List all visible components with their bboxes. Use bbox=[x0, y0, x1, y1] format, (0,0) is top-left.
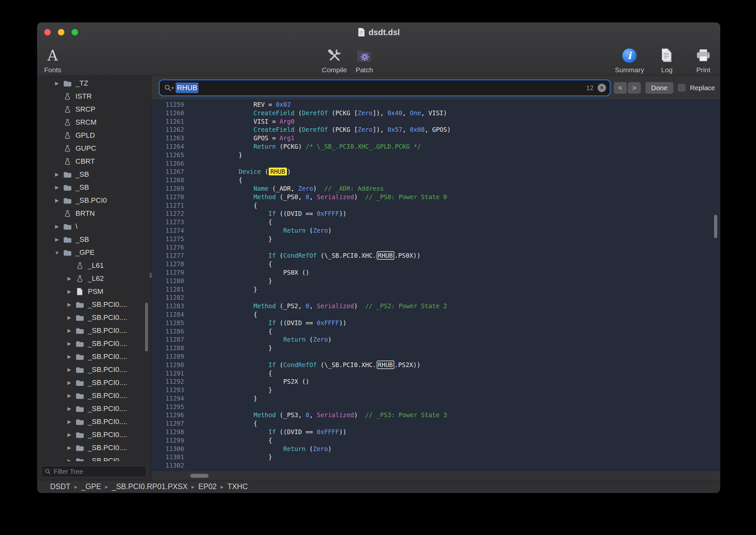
breadcrumb-item[interactable]: TXHC bbox=[228, 482, 248, 491]
code-editor[interactable]: 11259 REV = 0x0211260 CreateField (Deref… bbox=[151, 100, 720, 471]
fonts-button[interactable]: A Fonts bbox=[39, 42, 67, 74]
disclosure-triangle[interactable]: ▶ bbox=[51, 172, 63, 177]
replace-label: Replace bbox=[690, 84, 715, 92]
disclosure-triangle[interactable]: ▶ bbox=[64, 445, 75, 451]
breadcrumb-item[interactable]: EP02 bbox=[199, 482, 217, 491]
done-button[interactable]: Done bbox=[645, 82, 673, 94]
tree-item[interactable]: ▶_SB.PCI0.... bbox=[37, 298, 151, 311]
disclosure-triangle[interactable]: ▶ bbox=[64, 289, 75, 295]
tree-item[interactable]: BRTN bbox=[37, 207, 151, 220]
editor-horizontal-scrollbar[interactable] bbox=[190, 474, 208, 478]
code-line: 11300 Return (Zero) bbox=[151, 445, 720, 453]
disclosure-triangle[interactable]: ▶ bbox=[64, 328, 75, 334]
code-line: 11259 REV = 0x02 bbox=[151, 100, 720, 109]
tree-item[interactable]: SRCM bbox=[37, 116, 151, 129]
tree-item[interactable]: GUPC bbox=[37, 142, 151, 155]
tree-item[interactable]: ▶_SB.PCI0.... bbox=[37, 428, 151, 441]
tree-item[interactable]: ISTR bbox=[37, 90, 151, 103]
status-bar: DSDT▸_GPE▸_SB.PCI0.RP01.PXSX▸EP02▸TXHC bbox=[37, 480, 720, 493]
clear-search-button[interactable]: × bbox=[598, 84, 606, 92]
window-titlebar[interactable]: dsdt.dsl bbox=[37, 22, 720, 42]
breadcrumb-item[interactable]: DSDT bbox=[50, 482, 70, 491]
disclosure-triangle[interactable]: ▶ bbox=[64, 302, 75, 308]
disclosure-triangle[interactable]: ▶ bbox=[64, 276, 75, 281]
tree-item[interactable]: ▼_GPE bbox=[37, 246, 151, 259]
replace-checkbox[interactable] bbox=[678, 84, 686, 92]
code-line: 11287 Return (Zero) bbox=[151, 335, 720, 344]
line-number: 11290 bbox=[151, 361, 190, 369]
document-icon bbox=[358, 28, 365, 37]
disclosure-triangle[interactable]: ▶ bbox=[51, 80, 63, 86]
tree-item[interactable]: ▶_SB bbox=[37, 233, 151, 246]
tree-item[interactable]: ▶_TZ bbox=[37, 77, 151, 90]
find-next-button[interactable]: > bbox=[628, 82, 641, 94]
disclosure-triangle[interactable]: ▶ bbox=[64, 432, 75, 438]
tree-item[interactable]: ▶_SB.PCI0.... bbox=[37, 389, 151, 402]
tree-item[interactable]: ▶_SB.PCI0 bbox=[37, 454, 151, 461]
tree-item[interactable]: ▶_SB.PCI0 bbox=[37, 194, 151, 207]
tree-item-label: _SB.PCI0 bbox=[88, 457, 120, 461]
disclosure-triangle[interactable]: ▶ bbox=[64, 367, 75, 373]
tree-item[interactable]: ▶_SB.PCI0.... bbox=[37, 324, 151, 337]
tree-item[interactable]: ▶_SB.PCI0.... bbox=[37, 415, 151, 428]
compile-button[interactable]: Compile bbox=[321, 42, 348, 74]
tree-item[interactable]: ▶_SB bbox=[37, 181, 151, 194]
tree-item[interactable]: ▶PSM bbox=[37, 285, 151, 298]
sidebar-scrollbar[interactable] bbox=[145, 303, 148, 352]
disclosure-triangle[interactable]: ▶ bbox=[51, 198, 63, 203]
disclosure-triangle[interactable]: ▶ bbox=[64, 419, 75, 425]
tree-item[interactable]: ▶\ bbox=[37, 220, 151, 233]
disclosure-triangle[interactable]: ▶ bbox=[64, 458, 75, 461]
print-button[interactable]: Print bbox=[689, 42, 717, 74]
disclosure-triangle[interactable]: ▶ bbox=[64, 406, 75, 412]
disclosure-triangle[interactable]: ▶ bbox=[64, 315, 75, 321]
navigation-tree: ▶_TZISTRSRCPSRCMGPLDGUPCCBRT▶_SB▶_SB▶_SB… bbox=[37, 77, 151, 461]
summary-button[interactable]: i Summary bbox=[615, 42, 644, 74]
patch-button[interactable]: Patch bbox=[351, 42, 378, 74]
filter-tree-field[interactable] bbox=[41, 466, 147, 477]
folder-icon bbox=[63, 79, 72, 88]
line-number: 11268 bbox=[151, 176, 190, 184]
tree-item[interactable]: GPLD bbox=[37, 129, 151, 142]
tree-item[interactable]: ▶_SB bbox=[37, 168, 151, 181]
disclosure-triangle[interactable]: ▶ bbox=[51, 224, 63, 229]
code-line: 11283 Method (_PS2, 0, Serialized) // _P… bbox=[151, 302, 720, 310]
breadcrumb-item[interactable]: _SB.PCI0.RP01.PXSX bbox=[112, 482, 188, 491]
folder-icon bbox=[75, 379, 85, 387]
tree-item[interactable]: ▶_L62 bbox=[37, 272, 151, 285]
tree-item[interactable]: ▶_SB.PCI0.... bbox=[37, 441, 151, 454]
folder-icon bbox=[63, 235, 72, 244]
tree-item[interactable]: _L61 bbox=[37, 259, 151, 272]
tree-item-label: BRTN bbox=[75, 209, 95, 218]
tree-item-label: _SB.PCI0.... bbox=[88, 405, 127, 413]
disclosure-triangle[interactable]: ▶ bbox=[51, 237, 63, 242]
tree-item[interactable]: ▶_SB.PCI0.... bbox=[37, 402, 151, 415]
search-field[interactable]: ▾ RHUB 12 × bbox=[160, 81, 609, 95]
tree-item[interactable]: SRCP bbox=[37, 103, 151, 116]
tree-item[interactable]: ▶_SB.PCI0.... bbox=[37, 311, 151, 324]
disclosure-triangle[interactable]: ▶ bbox=[64, 354, 75, 360]
find-previous-button[interactable]: < bbox=[614, 82, 627, 94]
folder-icon bbox=[63, 170, 72, 179]
tree-item-label: _SB.PCI0.... bbox=[88, 443, 127, 452]
tree-item[interactable]: ▶_SB.PCI0.... bbox=[37, 363, 151, 376]
code-line: 11295 bbox=[151, 403, 720, 411]
line-number: 11275 bbox=[151, 235, 190, 243]
disclosure-triangle[interactable]: ▶ bbox=[64, 341, 75, 347]
tree-item[interactable]: ▶_SB.PCI0.... bbox=[37, 376, 151, 389]
log-button[interactable]: Log bbox=[653, 42, 681, 74]
filter-tree-input[interactable] bbox=[54, 468, 143, 475]
tree-item[interactable]: ▶_SB.PCI0.... bbox=[37, 350, 151, 363]
disclosure-triangle[interactable]: ▶ bbox=[64, 380, 75, 386]
code-line: 11301 } bbox=[151, 453, 720, 462]
code-line: 11267 Device (RHUB) bbox=[151, 168, 720, 176]
tree-item[interactable]: ▶_SB.PCI0.... bbox=[37, 337, 151, 350]
disclosure-triangle[interactable]: ▼ bbox=[51, 250, 63, 255]
disclosure-triangle[interactable]: ▶ bbox=[64, 393, 75, 399]
search-icon[interactable]: ▾ bbox=[164, 84, 174, 92]
editor-vertical-scrollbar[interactable] bbox=[714, 215, 717, 238]
tree-item[interactable]: CBRT bbox=[37, 155, 151, 168]
disclosure-triangle[interactable]: ▶ bbox=[51, 184, 63, 190]
print-label: Print bbox=[696, 66, 710, 74]
breadcrumb-item[interactable]: _GPE bbox=[81, 482, 101, 491]
